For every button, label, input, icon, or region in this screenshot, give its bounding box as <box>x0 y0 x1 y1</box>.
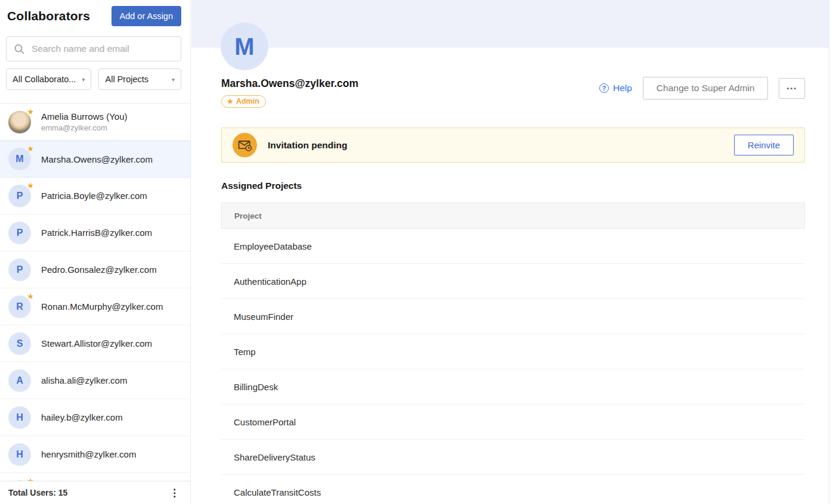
help-label: Help <box>613 83 632 94</box>
chevron-down-icon: ▾ <box>82 76 85 83</box>
detail-actions: ? Help Change to Super Admin ••• <box>599 76 805 100</box>
collaborator-list-item[interactable]: R ★ Ronan.McMurphy@zylker.com <box>0 288 190 325</box>
collaborator-filter-value: All Collaborato... <box>13 74 76 84</box>
sidebar-header: Collaborators Add or Assign <box>0 0 190 26</box>
project-row[interactable]: CalculateTransitCosts <box>221 475 805 504</box>
kebab-menu-icon[interactable]: ⋮ <box>169 488 179 498</box>
star-icon: ★ <box>27 292 34 301</box>
profile-avatar: M <box>221 23 268 70</box>
ellipsis-icon: ••• <box>787 85 797 92</box>
project-row[interactable]: BillingDesk <box>221 369 805 405</box>
avatar: S ★ <box>8 332 31 355</box>
avatar-initial: A <box>16 375 23 386</box>
user-name: Ronan.McMurphy@zylker.com <box>41 301 163 312</box>
detail-header: Marsha.Owens@zylker.com ★ Admin <box>221 77 358 108</box>
project-row[interactable]: AuthenticationApp <box>221 264 805 299</box>
project-row[interactable]: EmployeeDatabase <box>221 229 805 264</box>
star-icon: ★ <box>227 98 233 105</box>
collaborators-sidebar: Collaborators Add or Assign All Collabor… <box>0 0 191 504</box>
profile-avatar-initial: M <box>234 33 254 60</box>
avatar: ★ <box>8 111 31 133</box>
change-to-super-admin-button[interactable]: Change to Super Admin <box>643 77 769 99</box>
star-icon: ★ <box>27 107 34 116</box>
avatar-initial: S <box>17 338 23 349</box>
search-box[interactable] <box>6 36 181 61</box>
collaborator-list-item[interactable]: M ★ Marsha.O <box>0 473 190 481</box>
collaborator-list-item[interactable]: H ★ henrysmith@zylker.com <box>0 436 190 473</box>
collaborator-list-item[interactable]: H ★ hailey.b@zylker.com <box>0 399 190 436</box>
avatar: H ★ <box>8 443 31 466</box>
user-name: Amelia Burrows (You) <box>41 111 128 122</box>
filter-bar: All Collaborato... ▾ All Projects ▾ <box>6 69 181 90</box>
avatar: M ★ <box>8 148 31 170</box>
add-or-assign-button[interactable]: Add or Assign <box>112 6 181 26</box>
avatar-initial: P <box>17 265 23 275</box>
avatar: R ★ <box>8 295 31 318</box>
avatar-initial: M <box>16 154 23 164</box>
collaborator-list-item[interactable]: ★ Amelia Burrows (You) emma@zylker.com <box>0 104 190 141</box>
total-users-label: Total Users: 15 <box>8 488 67 497</box>
chevron-down-icon: ▾ <box>172 76 175 83</box>
avatar-initial: P <box>17 228 23 238</box>
collaborator-list-item[interactable]: P ★ Patricia.Boyle@zylker.com <box>0 178 190 214</box>
help-link[interactable]: ? Help <box>599 83 632 94</box>
user-name: henrysmith@zylker.com <box>41 449 136 459</box>
collaborator-email-title: Marsha.Owens@zylker.com <box>221 77 358 90</box>
avatar-initial: P <box>17 191 23 201</box>
star-icon: ★ <box>27 477 34 481</box>
user-name: hailey.b@zylker.com <box>41 412 123 422</box>
project-row[interactable]: ShareDeliveryStatus <box>221 440 805 475</box>
user-name: alisha.ali@zylker.com <box>41 375 127 385</box>
banner-text: Invitation pending <box>268 140 347 151</box>
project-filter-value: All Projects <box>105 74 148 84</box>
avatar: P ★ <box>8 185 31 207</box>
invitation-pending-banner: Invitation pending Reinvite <box>221 127 805 163</box>
star-icon: ★ <box>27 144 34 153</box>
avatar-initial: H <box>16 412 23 423</box>
help-icon: ? <box>599 83 609 93</box>
collaborator-list-item[interactable]: M ★ Marsha.Owens@zylker.com <box>0 141 190 178</box>
avatar-initial: H <box>16 449 23 460</box>
search-icon <box>14 43 24 54</box>
admin-badge: ★ Admin <box>221 95 266 108</box>
collaborator-detail-panel: M Marsha.Owens@zylker.com ★ Admin ? Help… <box>191 0 829 504</box>
collaborator-list-item[interactable]: P ★ Patrick.HarrisB@zylker.com <box>0 214 190 251</box>
assigned-projects-heading: Assigned Projects <box>221 181 302 191</box>
right-gutter <box>829 0 836 504</box>
user-email: emma@zylker.com <box>41 123 128 132</box>
header-band <box>191 0 829 48</box>
assigned-projects-table: Project EmployeeDatabase AuthenticationA… <box>221 203 805 504</box>
reinvite-button[interactable]: Reinvite <box>734 135 794 155</box>
user-name: Patricia.Boyle@zylker.com <box>41 191 147 201</box>
project-row[interactable]: MuseumFinder <box>221 299 805 334</box>
admin-badge-label: Admin <box>236 97 259 105</box>
collaborator-list-item[interactable]: A ★ alisha.ali@zylker.com <box>0 362 190 399</box>
project-row[interactable]: Temp <box>221 334 805 369</box>
project-rows: EmployeeDatabase AuthenticationApp Museu… <box>221 229 805 504</box>
page-title: Collaborators <box>7 9 90 23</box>
collaborator-list: ★ Amelia Burrows (You) emma@zylker.com M… <box>0 103 190 481</box>
user-name: Stewart.Allistor@zylker.com <box>41 338 152 349</box>
mail-pending-icon <box>233 133 257 157</box>
project-filter-dropdown[interactable]: All Projects ▾ <box>98 69 181 90</box>
sidebar-footer: Total Users: 15 ⋮ <box>0 481 190 504</box>
more-options-button[interactable]: ••• <box>779 78 805 99</box>
avatar: A ★ <box>8 369 31 392</box>
user-name: Pedro.Gonsalez@zylker.com <box>41 265 157 275</box>
avatar: P ★ <box>8 222 31 244</box>
star-icon: ★ <box>27 181 34 190</box>
avatar-initial: R <box>16 301 23 312</box>
search-input[interactable] <box>30 43 174 55</box>
avatar: H ★ <box>8 406 31 429</box>
collaborator-list-item[interactable]: S ★ Stewart.Allistor@zylker.com <box>0 325 190 362</box>
project-column-header: Project <box>221 203 805 229</box>
avatar: P ★ <box>8 259 31 281</box>
project-row[interactable]: CustomerPortal <box>221 405 805 440</box>
collaborator-list-item[interactable]: P ★ Pedro.Gonsalez@zylker.com <box>0 251 190 288</box>
user-name: Patrick.HarrisB@zylker.com <box>41 228 152 238</box>
collaborator-filter-dropdown[interactable]: All Collaborato... ▾ <box>6 69 91 90</box>
user-name: Marsha.Owens@zylker.com <box>41 154 153 164</box>
